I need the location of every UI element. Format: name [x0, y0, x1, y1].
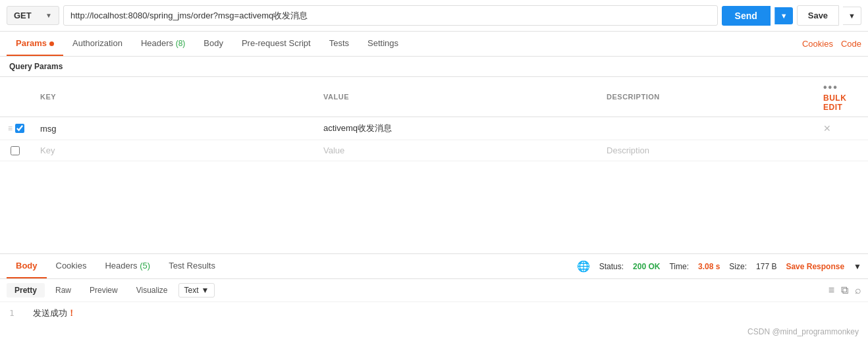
row1-value-cell[interactable]: activemq收发消息 [315, 117, 599, 140]
fmt-tab-preview[interactable]: Preview [82, 283, 126, 298]
col-desc-header: DESCRIPTION [599, 77, 815, 117]
status-value: 200 OK [633, 262, 660, 271]
method-chevron-icon: ▼ [45, 12, 52, 19]
send-button[interactable]: Send [722, 6, 771, 26]
row2-actions-cell [815, 140, 868, 161]
tab-body[interactable]: Body [194, 32, 232, 56]
row1-delete-icon[interactable]: ✕ [823, 123, 831, 134]
code-line-1: 发送成功！ [33, 308, 76, 318]
drag-icon: ≡ [8, 124, 13, 133]
code-area: 1发送成功！ [0, 302, 868, 325]
row2-checkbox[interactable] [11, 146, 20, 155]
time-label: Time: [669, 262, 689, 271]
params-dot [49, 41, 54, 46]
save-response-chevron[interactable]: ▼ [854, 262, 861, 271]
row1-delete-cell: ✕ [815, 117, 868, 140]
method-label: GET [14, 11, 32, 20]
col-key-header: KEY [32, 77, 315, 117]
more-options-button[interactable]: ••• [823, 82, 838, 93]
fmt-tab-visualize[interactable]: Visualize [128, 283, 176, 298]
code-link[interactable]: Code [841, 39, 861, 49]
text-format-label: Text [184, 286, 199, 295]
params-table: KEY VALUE DESCRIPTION ••• Bulk Edit ≡ ms… [0, 77, 868, 161]
format-icons-group: ≡ ⧉ ⌕ [828, 284, 861, 296]
text-format-chevron-icon: ▼ [202, 286, 209, 295]
bulk-edit-button[interactable]: Bulk Edit [823, 93, 846, 112]
row2-value-cell[interactable]: Value [315, 140, 599, 161]
format-bar: Pretty Raw Preview Visualize Text ▼ ≡ ⧉ … [0, 279, 868, 302]
tabs-right-links: Cookies Code [802, 39, 861, 49]
size-value: 177 B [756, 262, 776, 271]
response-tab-body[interactable]: Body [7, 254, 47, 278]
wrap-lines-icon[interactable]: ≡ [828, 284, 834, 296]
row1-check-cell: ≡ [0, 117, 32, 140]
value-placeholder: Value [323, 145, 344, 155]
response-tabs-bar: Body Cookies Headers (5) Test Results 🌐 … [0, 254, 868, 279]
fmt-tab-raw[interactable]: Raw [47, 283, 79, 298]
headers-badge: (8) [176, 39, 186, 48]
row1-checkbox[interactable] [15, 124, 24, 133]
row1-key-cell[interactable]: msg [32, 117, 315, 140]
save-dropdown-button[interactable]: ▼ [843, 7, 861, 25]
time-value: 3.08 s [698, 262, 720, 271]
tab-params[interactable]: Params [7, 32, 63, 56]
response-tab-headers[interactable]: Headers (5) [95, 254, 159, 278]
row2-desc-cell[interactable]: Description [599, 140, 815, 161]
url-bar: GET ▼ Send ▼ Save ▼ [0, 0, 868, 32]
save-response-button[interactable]: Save Response [786, 262, 844, 271]
key-placeholder: Key [40, 145, 55, 155]
empty-area [0, 161, 868, 253]
url-input[interactable] [63, 5, 718, 26]
exclamation-mark: ！ [67, 308, 76, 318]
response-tab-cookies[interactable]: Cookies [47, 254, 96, 278]
watermark: CSDN @mind_programmonkey [0, 325, 868, 339]
tab-headers[interactable]: Headers (8) [132, 32, 194, 56]
tab-settings[interactable]: Settings [358, 32, 408, 56]
col-actions-header: ••• Bulk Edit [815, 77, 868, 117]
response-meta: 🌐 Status: 200 OK Time: 3.08 s Size: 177 … [577, 260, 861, 273]
desc-placeholder: Description [607, 145, 649, 155]
text-format-select[interactable]: Text ▼ [178, 283, 215, 298]
copy-icon[interactable]: ⧉ [841, 284, 848, 296]
save-button[interactable]: Save [797, 5, 839, 26]
fmt-tab-pretty[interactable]: Pretty [7, 283, 45, 298]
response-headers-badge: (5) [140, 261, 150, 271]
col-check-header [0, 77, 32, 117]
method-select[interactable]: GET ▼ [7, 6, 59, 25]
response-section: Body Cookies Headers (5) Test Results 🌐 … [0, 253, 868, 339]
tab-prerequest[interactable]: Pre-request Script [232, 32, 320, 56]
response-tab-test-results[interactable]: Test Results [159, 254, 225, 278]
search-icon[interactable]: ⌕ [855, 284, 861, 296]
tab-tests[interactable]: Tests [320, 32, 358, 56]
request-tabs-bar: Params Authorization Headers (8) Body Pr… [0, 32, 868, 57]
line-number-1: 1 [9, 308, 22, 318]
tab-authorization[interactable]: Authorization [63, 32, 132, 56]
cookies-link[interactable]: Cookies [802, 39, 833, 49]
table-row: ≡ msg activemq收发消息 ✕ [0, 117, 868, 140]
status-label: Status: [599, 262, 624, 271]
row2-key-cell[interactable]: Key [32, 140, 315, 161]
col-value-header: VALUE [315, 77, 599, 117]
row2-check-cell [0, 140, 32, 161]
size-label: Size: [729, 262, 747, 271]
query-params-label: Query Params [0, 57, 868, 77]
globe-icon: 🌐 [577, 260, 590, 273]
table-row: Key Value Description [0, 140, 868, 161]
send-dropdown-button[interactable]: ▼ [774, 7, 793, 24]
row1-desc-cell[interactable] [599, 117, 815, 140]
